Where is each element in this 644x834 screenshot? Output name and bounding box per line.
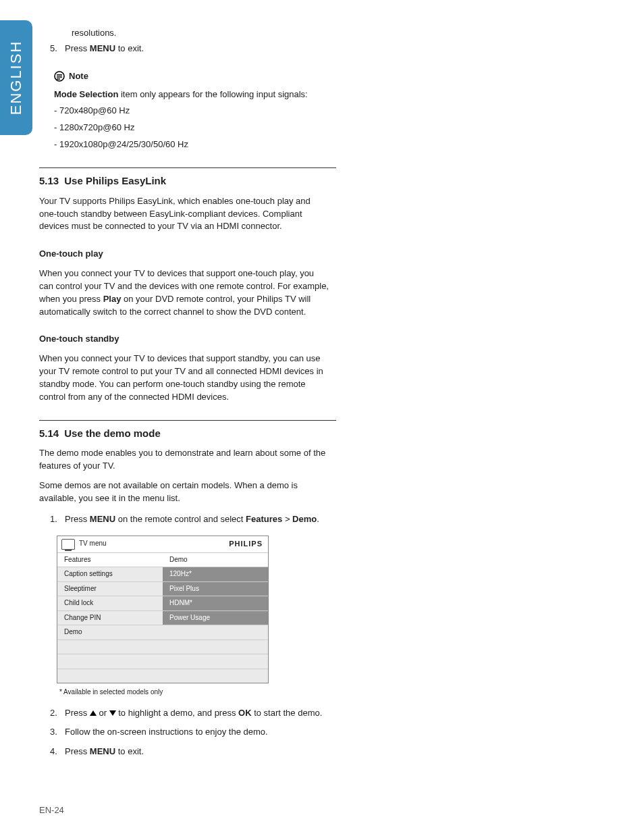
tv-row <box>57 654 163 669</box>
tv-row: Power Usage <box>163 610 268 625</box>
step-body: Press MENU to exit. <box>65 43 329 55</box>
section-heading-514: 5.14Use the demo mode <box>39 426 329 441</box>
tv-row <box>163 640 268 654</box>
note-list: - 720x480p@60 Hz - 1280x720p@60 Hz - 192… <box>54 105 329 151</box>
tv-row: Pixel Plus <box>163 581 268 596</box>
tv-col-head: Features <box>57 552 163 567</box>
main-content: resolutions. 5. Press MENU to exit. Note… <box>39 27 329 758</box>
tv-row <box>57 669 163 683</box>
up-arrow-icon <box>90 710 97 716</box>
tv-menu-footnote: * Available in selected models only <box>59 687 329 698</box>
step-body: Follow the on-screen instructions to enj… <box>65 726 329 739</box>
note-list-item: - 1920x1080p@24/25/30/50/60 Hz <box>54 138 329 151</box>
svg-point-0 <box>55 72 64 81</box>
tv-col-features: Features Caption settings Sleeptimer Chi… <box>57 552 163 683</box>
tv-menu-screenshot: TV menu PHILIPS Features Caption setting… <box>57 536 269 684</box>
one-touch-play-body: When you connect your TV to devices that… <box>39 267 329 318</box>
subheading-one-touch-play: One-touch play <box>39 248 329 261</box>
section-513-intro: Your TV supports Philips EasyLink, which… <box>39 195 329 234</box>
tv-row: Caption settings <box>57 567 163 581</box>
tv-row <box>57 640 163 654</box>
section-divider <box>39 420 336 421</box>
tv-row: 120Hz* <box>163 567 268 581</box>
section-514-p2: Some demos are not available on certain … <box>39 479 329 505</box>
step-1: 1. Press MENU on the remote control and … <box>39 513 329 526</box>
language-tab-label: ENGLISH <box>7 41 25 115</box>
subheading-one-touch-standby: One-touch standby <box>39 333 329 346</box>
step-body: Press or to highlight a demo, and press … <box>65 707 329 720</box>
section-heading-513: 5.13Use Philips EasyLink <box>39 174 329 188</box>
step-body: Press MENU to exit. <box>65 746 329 758</box>
step-number: 5. <box>50 43 65 55</box>
note-label: Note <box>69 70 88 83</box>
one-touch-standby-body: When you connect your TV to devices that… <box>39 353 329 403</box>
step-4: 4. Press MENU to exit. <box>39 746 329 758</box>
tv-brand: PHILIPS <box>229 539 263 550</box>
tv-row <box>163 654 268 669</box>
step-body: Press MENU on the remote control and sel… <box>65 513 329 526</box>
step-3: 3. Follow the on-screen instructions to … <box>39 726 329 739</box>
section-divider <box>39 167 336 168</box>
tv-row <box>163 625 268 640</box>
tv-menu-title: TV menu <box>79 539 107 549</box>
tv-row: Demo <box>57 625 163 640</box>
tv-menu-header: TV menu PHILIPS <box>57 536 268 552</box>
tv-row <box>163 669 268 683</box>
note-icon <box>54 71 65 82</box>
page-footer: EN-24 <box>39 805 64 815</box>
step-2: 2. Press or to highlight a demo, and pre… <box>39 707 329 720</box>
step-number: 2. <box>50 707 65 720</box>
tv-icon <box>61 539 75 550</box>
language-tab: ENGLISH <box>0 20 32 135</box>
note-body: Mode Selection item only appears for the… <box>54 88 329 101</box>
step-5: 5. Press MENU to exit. <box>39 43 329 55</box>
note-heading: Note <box>39 70 329 83</box>
step-number: 1. <box>50 513 65 526</box>
tv-col-demo: Demo 120Hz* Pixel Plus HDNM* Power Usage <box>163 552 268 683</box>
tv-row: Change PIN <box>57 610 163 625</box>
section-514-p1: The demo mode enables you to demonstrate… <box>39 447 329 473</box>
tv-row: Sleeptimer <box>57 581 163 596</box>
tv-row: HDNM* <box>163 596 268 610</box>
tv-row: Child lock <box>57 596 163 610</box>
note-list-item: - 1280x720p@60 Hz <box>54 122 329 134</box>
down-arrow-icon <box>109 710 116 716</box>
step-number: 4. <box>50 746 65 758</box>
tv-col-head: Demo <box>163 552 268 567</box>
continuation-text: resolutions. <box>72 27 329 40</box>
step-number: 3. <box>50 726 65 739</box>
note-list-item: - 720x480p@60 Hz <box>54 105 329 118</box>
